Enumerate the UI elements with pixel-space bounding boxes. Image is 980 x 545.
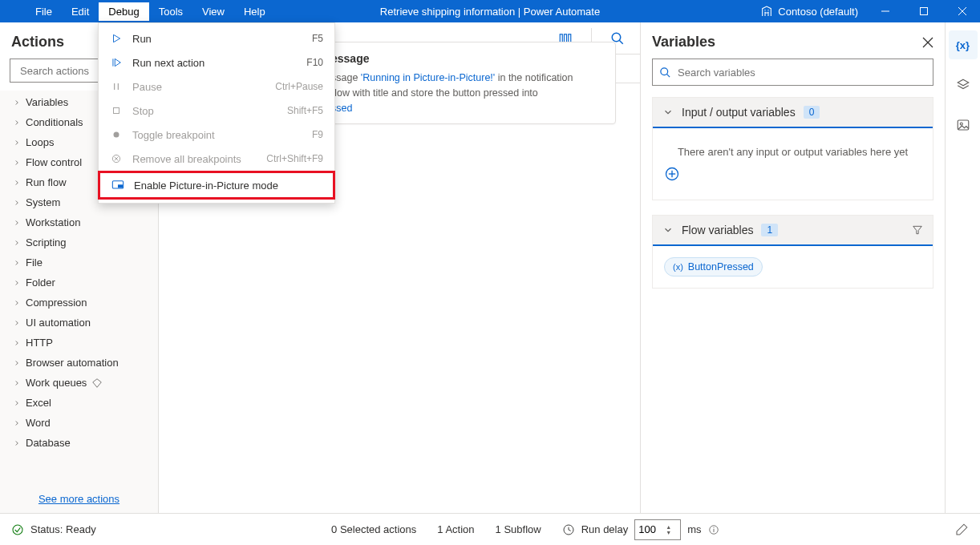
ms-label: ms bbox=[687, 523, 701, 535]
tree-item-label: Browser automation bbox=[26, 357, 119, 369]
actions-tree-item[interactable]: File bbox=[0, 252, 158, 272]
variables-search-input[interactable] bbox=[678, 67, 926, 79]
minimize-button[interactable] bbox=[868, 0, 903, 22]
image-icon bbox=[956, 118, 970, 132]
filter-button[interactable] bbox=[912, 224, 923, 236]
io-count-badge: 0 bbox=[804, 106, 820, 119]
see-more-actions[interactable]: See more actions bbox=[0, 485, 158, 513]
rail-stack-button[interactable] bbox=[949, 71, 978, 99]
eraser-button[interactable] bbox=[954, 523, 969, 537]
right-rail: {x} bbox=[945, 22, 980, 513]
variables-search[interactable] bbox=[652, 59, 933, 86]
run-delay-field[interactable] bbox=[638, 523, 666, 535]
debug-menu-pause: PauseCtrl+Pause bbox=[99, 75, 334, 99]
menu-file[interactable]: File bbox=[26, 2, 62, 21]
add-io-variable-button[interactable] bbox=[664, 166, 921, 182]
variables-pane: Variables Input / output variables 0 The… bbox=[640, 22, 945, 513]
debug-menu-run[interactable]: RunF5 bbox=[99, 26, 334, 50]
plus-circle-icon bbox=[664, 166, 680, 182]
tree-item-label: Work queues bbox=[26, 377, 87, 389]
run-delay-label: Run delay bbox=[581, 523, 629, 535]
menu-edit[interactable]: Edit bbox=[62, 2, 99, 21]
chevron-right-icon bbox=[13, 439, 21, 447]
chevron-right-icon bbox=[13, 99, 21, 107]
chevron-right-icon bbox=[13, 179, 21, 187]
menu-item-label: Run bbox=[132, 33, 302, 45]
svg-point-29 bbox=[114, 132, 119, 138]
svg-line-15 bbox=[666, 74, 670, 77]
window-title: Retrieve shipping information | Power Au… bbox=[380, 6, 600, 18]
titlebar: File Edit Debug Tools View Help Retrieve… bbox=[0, 0, 980, 22]
actions-tree-item[interactable]: Workstation bbox=[0, 212, 158, 232]
flow-action-card[interactable]: essage ssage 'Running in Picture-in-Pict… bbox=[319, 42, 616, 124]
svg-point-10 bbox=[612, 33, 621, 42]
svg-marker-20 bbox=[958, 79, 969, 86]
delay-spinner[interactable]: ▲▼ bbox=[666, 524, 671, 535]
variable-icon: (x) bbox=[673, 262, 683, 272]
svg-point-35 bbox=[13, 525, 22, 535]
pip-icon bbox=[111, 179, 124, 192]
actions-tree-item[interactable]: Work queues bbox=[0, 373, 158, 393]
actions-tree-item[interactable]: Folder bbox=[0, 272, 158, 293]
io-variables-header[interactable]: Input / output variables 0 bbox=[653, 98, 933, 128]
actions-tree-item[interactable]: Compression bbox=[0, 293, 158, 313]
tree-item-label: System bbox=[26, 196, 60, 208]
actions-tree-item[interactable]: Browser automation bbox=[0, 353, 158, 373]
menu-item-label: Toggle breakpoint bbox=[132, 129, 302, 141]
eraser-icon bbox=[954, 523, 969, 537]
selected-count: 0 Selected actions bbox=[331, 523, 416, 535]
variables-title: Variables bbox=[652, 34, 715, 50]
svg-rect-34 bbox=[118, 184, 123, 188]
svg-line-11 bbox=[619, 40, 623, 44]
actions-tree-item[interactable]: Excel bbox=[0, 393, 158, 413]
org-switcher[interactable]: Contoso (default) bbox=[760, 5, 858, 18]
svg-rect-1 bbox=[921, 8, 928, 15]
menu-help[interactable]: Help bbox=[234, 2, 275, 21]
status-text: Status: Ready bbox=[30, 523, 96, 535]
menu-item-label: Stop bbox=[132, 105, 277, 117]
rail-variables-button[interactable]: {x} bbox=[949, 30, 978, 59]
chevron-right-icon bbox=[13, 419, 21, 427]
circle-icon bbox=[110, 128, 123, 141]
tree-item-label: UI automation bbox=[26, 317, 91, 329]
pause-icon bbox=[110, 80, 123, 93]
chevron-down-icon bbox=[662, 107, 674, 118]
close-button[interactable] bbox=[945, 0, 980, 22]
rail-images-button[interactable] bbox=[949, 111, 978, 139]
menu-bar: File Edit Debug Tools View Help bbox=[26, 2, 275, 21]
org-name: Contoso (default) bbox=[778, 6, 858, 18]
menu-view[interactable]: View bbox=[192, 2, 234, 21]
step-icon bbox=[110, 56, 123, 69]
run-delay-input[interactable]: ▲▼ bbox=[634, 519, 681, 540]
clear-icon bbox=[110, 152, 123, 165]
tree-item-label: Excel bbox=[26, 397, 51, 409]
status-bar: Status: Ready 0 Selected actions 1 Actio… bbox=[0, 513, 980, 545]
chevron-right-icon bbox=[13, 219, 21, 227]
info-icon[interactable] bbox=[708, 524, 719, 535]
tree-item-label: Database bbox=[26, 437, 71, 449]
tree-item-label: Scripting bbox=[26, 236, 67, 248]
actions-tree-item[interactable]: Word bbox=[0, 413, 158, 433]
actions-tree-item[interactable]: Database bbox=[0, 433, 158, 453]
flow-variables-header[interactable]: Flow variables 1 bbox=[653, 216, 933, 246]
menu-item-shortcut: Shift+F5 bbox=[287, 105, 323, 116]
svg-point-14 bbox=[661, 67, 668, 75]
close-variables-button[interactable] bbox=[922, 37, 933, 48]
actions-tree-item[interactable]: Scripting bbox=[0, 232, 158, 252]
svg-marker-19 bbox=[913, 226, 922, 233]
menu-item-shortcut: Ctrl+Pause bbox=[275, 81, 323, 92]
debug-menu-run-next-action[interactable]: Run next actionF10 bbox=[99, 50, 334, 75]
actions-tree-item[interactable]: HTTP bbox=[0, 333, 158, 353]
flow-section-title: Flow variables bbox=[682, 224, 753, 236]
tree-item-label: Word bbox=[26, 417, 51, 429]
menu-debug[interactable]: Debug bbox=[99, 2, 148, 21]
menu-tools[interactable]: Tools bbox=[149, 2, 192, 21]
debug-menu-enable-picture-in-picture-mode[interactable]: Enable Picture-in-Picture mode bbox=[98, 171, 335, 200]
actions-tree-item[interactable]: UI automation bbox=[0, 313, 158, 333]
svg-marker-25 bbox=[115, 59, 120, 66]
io-section-title: Input / output variables bbox=[682, 106, 796, 119]
maximize-button[interactable] bbox=[906, 0, 942, 22]
variable-chip[interactable]: (x) ButtonPressed bbox=[664, 257, 763, 277]
svg-marker-6 bbox=[93, 378, 102, 387]
chevron-right-icon bbox=[13, 359, 21, 367]
